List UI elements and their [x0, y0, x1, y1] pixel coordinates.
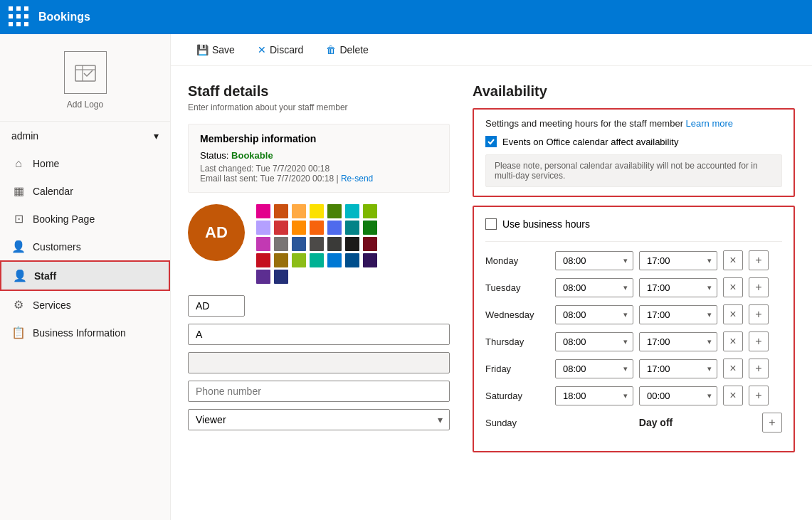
color-swatch[interactable]	[274, 237, 288, 251]
app-grid-icon[interactable]	[9, 6, 30, 28]
start-time-select-friday[interactable]: 00:0008:0009:0010:0011:0012:0013:0014:00…	[555, 359, 633, 378]
color-swatch[interactable]	[274, 253, 288, 267]
color-swatch[interactable]	[292, 237, 306, 251]
color-swatch[interactable]	[345, 237, 359, 251]
color-swatch[interactable]	[363, 221, 377, 235]
membership-last-changed: Last changed: Tue 7/7/2020 00:18	[200, 164, 438, 174]
name-input[interactable]	[188, 324, 450, 345]
end-time-select-monday[interactable]: 00:0008:0009:0010:0011:0012:0013:0014:00…	[639, 251, 717, 270]
start-time-select-thursday[interactable]: 00:0008:0009:0010:0011:0012:0013:0014:00…	[555, 332, 633, 351]
color-swatch[interactable]	[256, 270, 270, 284]
color-swatch[interactable]	[345, 204, 359, 218]
day-off-label: Day off	[555, 417, 756, 428]
color-swatch[interactable]	[292, 204, 306, 218]
learn-more-link[interactable]: Learn more	[686, 118, 733, 129]
sidebar-item-services[interactable]: ⚙Services	[0, 291, 170, 319]
color-swatch[interactable]	[310, 253, 324, 267]
avail-subtitle: Settings and meeting hours for the staff…	[485, 118, 782, 129]
sidebar-item-customers[interactable]: 👤Customers	[0, 233, 170, 260]
save-button[interactable]: 💾 Save	[188, 40, 243, 60]
main-content: 💾 Save ✕ Discard 🗑 Delete Staff details …	[171, 34, 812, 520]
color-swatch[interactable]	[256, 237, 270, 251]
color-swatch[interactable]	[345, 221, 359, 235]
color-swatch[interactable]	[274, 270, 288, 284]
remove-hours-button-thursday[interactable]: ×	[723, 331, 743, 351]
color-swatch[interactable]	[256, 204, 270, 218]
color-swatch[interactable]	[327, 253, 342, 267]
sidebar-item-home[interactable]: ⌂Home	[0, 150, 170, 177]
start-time-select-wednesday[interactable]: 00:0008:0009:0010:0011:0012:0013:0014:00…	[555, 305, 633, 324]
end-time-select-friday[interactable]: 00:0008:0009:0010:0011:0012:0013:0014:00…	[639, 359, 717, 378]
availability-settings-box: Settings and meeting hours for the staff…	[473, 108, 795, 197]
staff-details-title: Staff details	[188, 83, 450, 100]
add-hours-button-friday[interactable]: +	[749, 359, 769, 378]
role-select[interactable]: ViewerAdministratorSchedulerGuest	[188, 409, 450, 430]
start-time-select-tuesday[interactable]: 00:0008:0009:0010:0011:0012:0013:0014:00…	[555, 278, 633, 297]
discard-button[interactable]: ✕ Discard	[249, 40, 312, 60]
initials-input[interactable]	[188, 295, 245, 317]
sidebar-item-staff[interactable]: 👤Staff	[0, 260, 170, 291]
color-swatch[interactable]	[274, 221, 288, 235]
color-swatch[interactable]	[310, 221, 324, 235]
color-swatch[interactable]	[310, 204, 324, 218]
membership-email-sent: Email last sent: Tue 7/7/2020 00:18 | Re…	[200, 174, 438, 184]
color-swatch[interactable]	[327, 221, 342, 235]
start-time-wrap-tuesday: 00:0008:0009:0010:0011:0012:0013:0014:00…	[555, 278, 633, 297]
add-hours-button-tuesday[interactable]: +	[749, 277, 769, 297]
remove-hours-button-wednesday[interactable]: ×	[723, 304, 743, 324]
remove-hours-button-friday[interactable]: ×	[723, 359, 743, 378]
start-time-select-monday[interactable]: 00:0008:0009:0010:0011:0012:0013:0014:00…	[555, 251, 633, 270]
delete-button[interactable]: 🗑 Delete	[317, 40, 376, 60]
color-swatch[interactable]	[292, 221, 306, 235]
color-swatch[interactable]	[363, 237, 377, 251]
add-hours-button-monday[interactable]: +	[749, 250, 769, 270]
logo-icon[interactable]	[64, 51, 107, 94]
add-hours-button-thursday[interactable]: +	[749, 331, 769, 351]
remove-hours-button-saturday[interactable]: ×	[723, 386, 743, 405]
customers-icon: 👤	[11, 240, 26, 253]
add-logo-label[interactable]: Add Logo	[67, 100, 103, 110]
remove-hours-button-tuesday[interactable]: ×	[723, 277, 743, 297]
add-hours-button-saturday[interactable]: +	[749, 386, 769, 405]
end-time-select-saturday[interactable]: 00:0008:0009:0010:0011:0012:0013:0014:00…	[639, 386, 717, 405]
color-swatch[interactable]	[256, 253, 270, 267]
remove-hours-button-monday[interactable]: ×	[723, 250, 743, 270]
business-hours-checkbox[interactable]	[485, 218, 497, 230]
color-swatch[interactable]	[363, 204, 377, 218]
color-swatch[interactable]	[327, 204, 342, 218]
end-time-select-thursday[interactable]: 00:0008:0009:0010:0011:0012:0013:0014:00…	[639, 332, 717, 351]
end-time-wrap-thursday: 00:0008:0009:0010:0011:0012:0013:0014:00…	[639, 332, 717, 351]
end-time-select-wednesday[interactable]: 00:0008:0009:0010:0011:0012:0013:0014:00…	[639, 305, 717, 324]
color-swatch[interactable]	[274, 204, 288, 218]
color-swatch[interactable]	[363, 253, 377, 267]
sidebar-item-booking-page[interactable]: ⊡Booking Page	[0, 205, 170, 233]
day-row-tuesday: Tuesday00:0008:0009:0010:0011:0012:0013:…	[485, 277, 782, 297]
membership-status: Status: Bookable	[200, 150, 438, 161]
phone-input[interactable]	[188, 381, 450, 402]
day-row-friday: Friday00:0008:0009:0010:0011:0012:0013:0…	[485, 359, 782, 378]
svg-rect-0	[75, 65, 95, 81]
add-hours-button-wednesday[interactable]: +	[749, 304, 769, 324]
add-hours-button-sunday[interactable]: +	[762, 413, 782, 433]
availability-panel: Availability Settings and meeting hours …	[473, 83, 795, 452]
color-swatch[interactable]	[310, 237, 324, 251]
status-value: Bookable	[231, 150, 273, 161]
color-swatch[interactable]	[345, 253, 359, 267]
color-swatch[interactable]	[327, 237, 342, 251]
start-time-select-saturday[interactable]: 00:0008:0009:0010:0011:0012:0013:0014:00…	[555, 386, 633, 405]
sidebar-user[interactable]: admin ▾	[0, 122, 170, 150]
end-time-select-tuesday[interactable]: 00:0008:0009:0010:0011:0012:0013:0014:00…	[639, 278, 717, 297]
calendar-checkbox[interactable]	[485, 136, 497, 147]
business-hours-label: Use business hours	[502, 218, 590, 230]
email-input[interactable]	[188, 352, 450, 373]
color-grid	[256, 204, 379, 284]
color-swatch[interactable]	[256, 221, 270, 235]
sidebar-item-business-information[interactable]: 📋Business Information	[0, 319, 170, 346]
sidebar-item-calendar[interactable]: ▦Calendar	[0, 177, 170, 205]
day-rows: Monday00:0008:0009:0010:0011:0012:0013:0…	[485, 250, 782, 433]
resend-link[interactable]: Re-send	[341, 174, 373, 184]
day-row-saturday: Saturday00:0008:0009:0010:0011:0012:0013…	[485, 386, 782, 405]
sidebar-item-label-calendar: Calendar	[33, 186, 73, 197]
color-swatch[interactable]	[292, 253, 306, 267]
day-label-wednesday: Wednesday	[485, 309, 549, 320]
